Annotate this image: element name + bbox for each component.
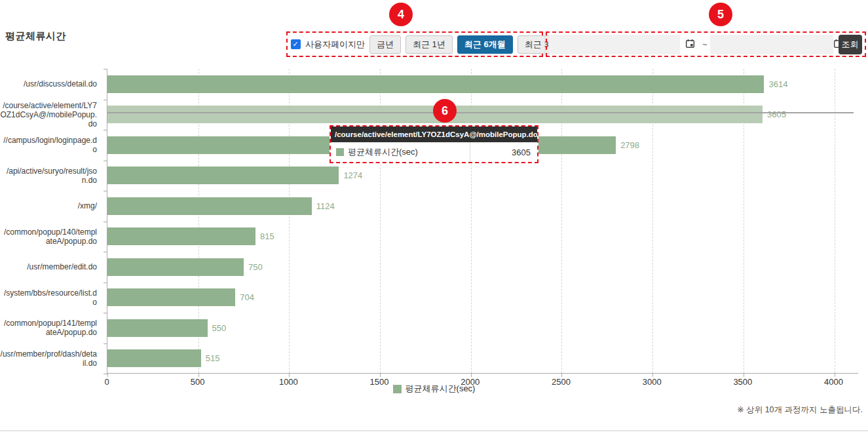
category-label: //campus/login/loginpage.do [0, 130, 101, 161]
calendar-icon [685, 39, 695, 50]
bar-4[interactable] [107, 197, 312, 215]
tooltip-series-swatch [336, 148, 344, 156]
bar-7[interactable] [107, 288, 235, 306]
filter-button-this-year[interactable]: 금년 [369, 35, 401, 54]
tooltip-title: /course/active/element/LY7OZ1dCsyA@/mobi… [331, 127, 537, 142]
legend-swatch [393, 385, 402, 393]
bar-value-label: 3605 [767, 109, 786, 119]
start-date-calendar-button[interactable] [680, 35, 700, 54]
top10-footnote: ※ 상위 10개 과정까지 노출됩니다. [737, 404, 863, 416]
y-axis-tick [104, 130, 107, 130]
y-axis-tick [104, 69, 107, 69]
start-date-field [549, 35, 700, 54]
bar-value-label: 2798 [620, 140, 639, 150]
gridline-4000 [835, 69, 835, 373]
y-axis-tick [104, 222, 107, 222]
bar-9[interactable] [107, 349, 201, 367]
y-axis-tick [104, 344, 107, 344]
bar-value-label: 750 [248, 262, 263, 272]
y-axis-tick [104, 191, 107, 191]
search-button[interactable]: 조회 [839, 35, 862, 54]
category-label: /usr/member/prof/dash/detail.do [0, 344, 101, 374]
bar-5[interactable] [107, 227, 255, 245]
tooltip-series-label: 평균체류시간(sec) [348, 146, 418, 158]
bar-value-label: 1274 [343, 170, 362, 180]
bar-value-label: 515 [206, 353, 220, 363]
filter-button-last-6-months[interactable]: 최근 6개월 [457, 35, 513, 54]
bar-6[interactable] [107, 258, 244, 276]
bar-value-label: 3614 [768, 79, 787, 89]
y-axis-tick [104, 252, 107, 252]
bar-value-label: 815 [260, 231, 274, 241]
plot-area: 36143605279812741124815750704550515 [107, 69, 858, 374]
tooltip-series-cell: 평균체류시간(sec) [331, 146, 470, 158]
dwell-time-dashboard: 평균체류시간 사용자페이지만 금년 최근 1년 최근 6개월 최근 3개월 [0, 0, 868, 432]
tooltip-value: 3605 [470, 142, 537, 162]
category-label: /common/popup/140/templateA/popup.do [0, 222, 101, 252]
bar-value-label: 704 [240, 292, 254, 302]
user-pages-only-checkbox[interactable] [291, 39, 301, 49]
end-date-field [710, 35, 836, 54]
category-label: /system/bbs/resource/list.do [0, 283, 101, 313]
tooltip-body: 평균체류시간(sec) 3605 [331, 142, 537, 162]
crosshair-line [107, 112, 854, 113]
period-filter-group: 사용자페이지만 금년 최근 1년 최근 6개월 최근 3개월 [286, 31, 543, 57]
category-label: /common/popup/141/templateA/popup.do [0, 313, 101, 344]
chart-legend: 평균체류시간(sec) [0, 383, 868, 395]
category-label: /usr/member/edit.do [0, 252, 101, 283]
toolbar-divider [544, 33, 545, 56]
bar-3[interactable] [107, 167, 339, 184]
bar-0[interactable] [107, 75, 764, 93]
date-range-separator: ~ [702, 39, 708, 49]
category-label: /usr/discuss/detail.do [0, 69, 101, 100]
date-range-group: ~ 조회 [546, 31, 866, 57]
bar-value-label: 1124 [316, 201, 335, 211]
annotation-badge-5: 5 [709, 3, 732, 26]
y-axis-tick [104, 100, 107, 100]
bottom-divider [0, 430, 868, 431]
page-title: 평균체류시간 [5, 30, 66, 43]
y-axis-tick [104, 283, 107, 283]
y-axis-tick [104, 161, 107, 161]
y-axis-tick [104, 313, 107, 313]
annotation-badge-6: 6 [433, 99, 457, 123]
category-label: /api/active/suryo/result/json.do [0, 161, 101, 191]
chart-tooltip: /course/active/element/LY7OZ1dCsyA@/mobi… [330, 125, 538, 163]
annotation-badge-4: 4 [389, 3, 413, 26]
category-label: /course/active/element/LY7OZ1dCsyA@/mobi… [0, 100, 101, 130]
user-pages-only-label: 사용자페이지만 [305, 39, 365, 50]
filter-button-last-1-year[interactable]: 최근 1년 [406, 35, 453, 54]
category-axis: /usr/discuss/detail.do/course/active/ele… [0, 69, 107, 374]
category-label: /xmg/ [0, 191, 101, 222]
legend-label: 평균체류시간(sec) [406, 383, 476, 395]
bar-8[interactable] [107, 319, 208, 337]
start-date-input[interactable] [549, 35, 680, 54]
bar-value-label: 550 [212, 323, 227, 333]
end-date-input[interactable] [710, 35, 833, 54]
